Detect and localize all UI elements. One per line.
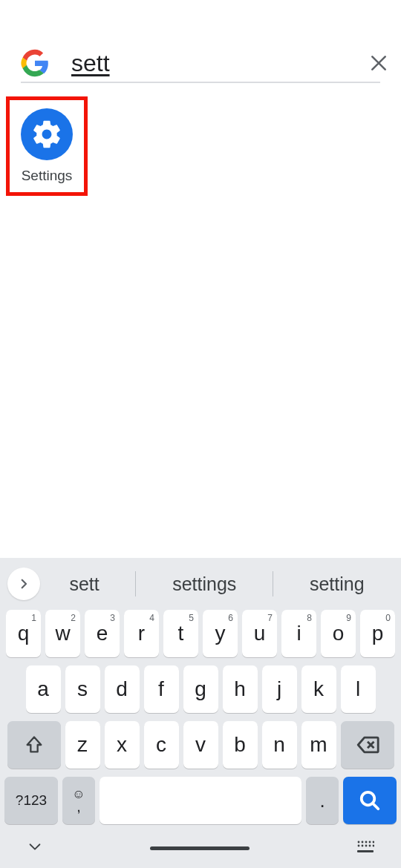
key-j[interactable]: j — [262, 665, 297, 713]
svg-point-4 — [365, 841, 368, 844]
key-search[interactable] — [343, 777, 397, 824]
separator — [273, 571, 273, 596]
key-k[interactable]: k — [301, 665, 336, 713]
search-results: Settings — [6, 96, 88, 196]
key-emoji[interactable]: ☺, — [62, 777, 95, 824]
keyboard-row-2: a s d f g h j k l — [0, 665, 401, 713]
key-m[interactable]: m — [301, 721, 336, 769]
key-e[interactable]: e3 — [85, 610, 120, 657]
key-b[interactable]: b — [223, 721, 258, 769]
key-shift[interactable] — [7, 721, 61, 769]
key-v[interactable]: v — [183, 721, 218, 769]
svg-point-2 — [358, 841, 360, 844]
key-s[interactable]: s — [65, 665, 100, 713]
key-l[interactable]: l — [341, 665, 376, 713]
search-icon — [359, 789, 381, 812]
suggestion-row: sett settings setting — [0, 558, 401, 610]
key-z[interactable]: z — [65, 721, 100, 769]
clear-button[interactable] — [369, 48, 388, 78]
app-result-label: Settings — [22, 168, 73, 184]
key-y[interactable]: y6 — [203, 610, 238, 657]
app-result-settings[interactable]: Settings — [6, 96, 88, 196]
search-input[interactable] — [71, 50, 369, 77]
nav-keyboard-switch[interactable] — [356, 840, 374, 856]
svg-point-6 — [373, 841, 374, 844]
key-g[interactable]: g — [183, 665, 218, 713]
nav-home-pill[interactable] — [150, 846, 250, 850]
suggestion-2[interactable]: settings — [150, 573, 258, 595]
svg-point-3 — [362, 841, 364, 844]
chevron-right-icon — [17, 577, 30, 591]
close-icon — [369, 53, 388, 73]
key-t[interactable]: t5 — [163, 610, 198, 657]
keyboard-row-3: z x c v b n m — [0, 721, 401, 769]
key-f[interactable]: f — [144, 665, 179, 713]
svg-point-10 — [369, 845, 371, 847]
expand-suggestions-button[interactable] — [7, 568, 40, 600]
chevron-down-icon — [27, 838, 43, 855]
key-p[interactable]: p0 — [360, 610, 395, 657]
key-c[interactable]: c — [144, 721, 179, 769]
svg-point-8 — [362, 845, 364, 847]
google-logo-icon — [21, 49, 49, 77]
gear-icon — [21, 108, 73, 160]
key-space[interactable] — [100, 777, 301, 824]
svg-point-7 — [358, 845, 360, 847]
key-i[interactable]: i8 — [281, 610, 316, 657]
search-bar — [21, 45, 380, 83]
svg-rect-1 — [357, 850, 374, 852]
key-q[interactable]: q1 — [6, 610, 41, 657]
keyboard-icon — [356, 840, 374, 853]
system-nav-bar — [0, 828, 401, 868]
separator — [135, 571, 136, 596]
svg-point-5 — [369, 841, 371, 844]
key-n[interactable]: n — [262, 721, 297, 769]
key-o[interactable]: o9 — [321, 610, 356, 657]
backspace-icon — [355, 732, 380, 757]
svg-point-11 — [373, 845, 374, 847]
key-d[interactable]: d — [105, 665, 140, 713]
key-period[interactable]: . — [306, 777, 339, 824]
suggestion-3[interactable]: setting — [287, 573, 387, 595]
key-h[interactable]: h — [223, 665, 258, 713]
key-u[interactable]: u7 — [242, 610, 277, 657]
keyboard-row-4: ?123 ☺, . — [0, 777, 401, 824]
key-x[interactable]: x — [105, 721, 140, 769]
nav-collapse-keyboard[interactable] — [27, 838, 43, 858]
keyboard: sett settings setting q1 w2 e3 r4 t5 y6 … — [0, 558, 401, 868]
key-w[interactable]: w2 — [45, 610, 80, 657]
keyboard-row-1: q1 w2 e3 r4 t5 y6 u7 i8 o9 p0 — [0, 610, 401, 657]
suggestion-1[interactable]: sett — [47, 573, 121, 595]
svg-point-9 — [365, 845, 368, 847]
key-backspace[interactable] — [341, 721, 394, 769]
key-a[interactable]: a — [26, 665, 61, 713]
key-symbols[interactable]: ?123 — [4, 777, 58, 824]
shift-icon — [24, 734, 45, 755]
key-r[interactable]: r4 — [124, 610, 159, 657]
